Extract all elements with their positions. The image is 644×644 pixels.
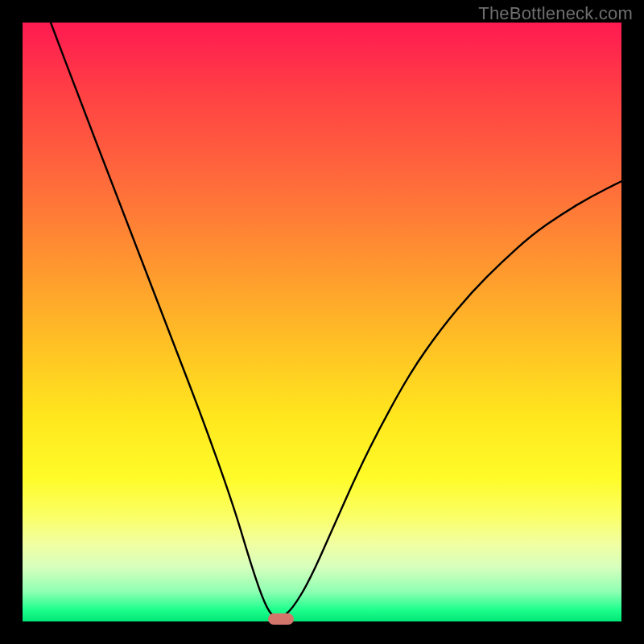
plot-area xyxy=(23,23,621,621)
watermark-text: TheBottleneck.com xyxy=(478,3,633,24)
bottleneck-curve xyxy=(23,23,621,621)
optimum-marker xyxy=(268,613,294,625)
chart-frame: TheBottleneck.com xyxy=(0,0,644,644)
